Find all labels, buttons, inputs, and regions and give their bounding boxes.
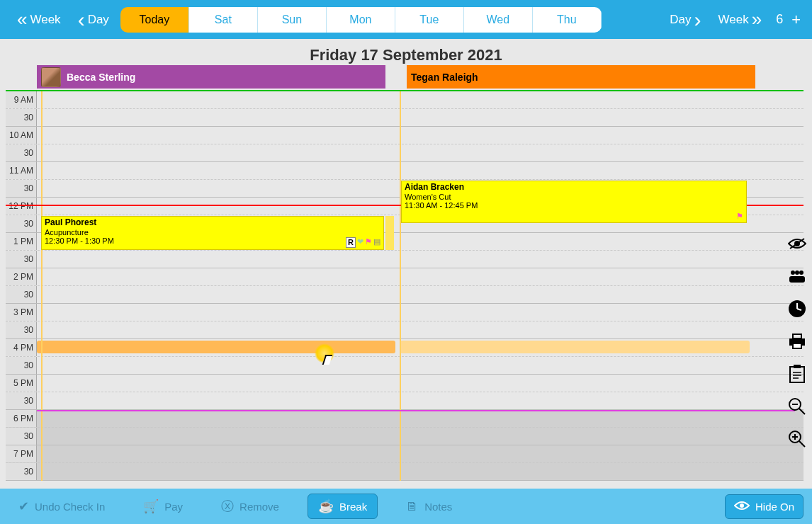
svg-point-21	[740, 503, 744, 508]
cart-icon: 🛒	[143, 499, 159, 514]
tab-mon[interactable]: Mon	[327, 7, 395, 33]
time-row[interactable]: 6 PM	[6, 410, 803, 428]
time-band	[37, 341, 395, 353]
time-row[interactable]: 30	[6, 357, 803, 375]
time-row[interactable]: 30	[6, 321, 803, 339]
time-label: 30	[6, 428, 37, 445]
date-header: Friday 17 September 2021	[0, 39, 812, 69]
svg-line-15	[799, 409, 805, 414]
column-divider	[400, 91, 401, 481]
time-row[interactable]: 3 PM	[6, 304, 803, 321]
time-row[interactable]: 10 AM	[6, 127, 803, 144]
notes-icon: 🗎	[406, 499, 419, 514]
time-label: 5 PM	[6, 375, 37, 392]
end-of-day-line	[37, 410, 795, 411]
appointment-aidan[interactable]: Aidan Bracken Women's Cut 11:30 AM - 12:…	[401, 181, 747, 223]
zoom-in-icon[interactable]	[787, 429, 807, 449]
appointment-time: 12:30 PM - 1:30 PM	[45, 237, 380, 246]
add-button[interactable]	[789, 11, 803, 29]
remove-icon: ⓧ	[221, 498, 234, 515]
svg-point-4	[799, 270, 803, 275]
time-row[interactable]: 30	[6, 392, 803, 410]
time-label: 30	[6, 392, 37, 409]
time-row[interactable]: 30	[6, 251, 803, 268]
schedule-area: Becca Sterling Tegan Raleigh Paul Phores…	[6, 65, 803, 489]
time-row[interactable]: 30	[6, 144, 803, 162]
time-label: 30	[6, 463, 37, 480]
time-band	[400, 341, 750, 353]
column-divider	[41, 91, 43, 481]
group-icon[interactable]	[787, 266, 807, 286]
staff-column-tegan[interactable]: Tegan Raleigh	[407, 65, 755, 89]
time-label: 9 AM	[6, 91, 37, 108]
break-button[interactable]: ☕ Break	[308, 494, 378, 519]
time-grid[interactable]: Paul Phorest Acupuncture 12:30 PM - 1:30…	[6, 90, 803, 481]
time-row[interactable]: 30	[6, 463, 803, 481]
time-label: 7 PM	[6, 445, 37, 462]
pay-label: Pay	[164, 501, 183, 513]
coffee-icon: ☕	[318, 499, 334, 514]
tab-thu[interactable]: Thu	[533, 7, 602, 33]
tab-sat[interactable]: Sat	[189, 7, 258, 33]
tab-tue[interactable]: Tue	[395, 7, 464, 33]
time-row[interactable]: 30	[6, 286, 803, 304]
day-back-button[interactable]: Day	[69, 8, 118, 32]
svg-rect-12	[790, 367, 804, 382]
undo-checkin-label: Undo Check In	[35, 501, 105, 513]
time-row[interactable]: 9 AM	[6, 91, 803, 109]
appointment-service: Acupuncture	[45, 228, 380, 237]
time-row[interactable]: 11 AM	[6, 162, 803, 180]
svg-line-18	[799, 441, 805, 447]
chevron-right-icon	[694, 8, 701, 32]
notes-label: Notes	[424, 501, 452, 513]
break-label: Break	[339, 501, 367, 513]
hide-on-label: Hide On	[755, 501, 794, 513]
top-navbar: Week Day Today Sat Sun Mon Tue Wed Thu D…	[0, 0, 812, 39]
undo-checkin-button[interactable]: ✔ Undo Check In	[9, 494, 115, 518]
time-row[interactable]: 5 PM	[6, 375, 803, 392]
heart-icon: ❤	[357, 237, 363, 248]
cursor-icon	[322, 355, 334, 369]
hide-view-icon[interactable]	[787, 234, 807, 254]
svg-rect-11	[793, 343, 801, 348]
time-row[interactable]: 30	[6, 428, 803, 445]
time-label: 2 PM	[6, 268, 37, 285]
flag-icon: ⚑	[365, 237, 372, 248]
time-row[interactable]: 2 PM	[6, 268, 803, 286]
zoom-out-icon[interactable]	[787, 397, 807, 416]
chevrons-left-icon	[17, 8, 27, 30]
time-label: 12 PM	[6, 198, 37, 215]
hide-on-button[interactable]: Hide On	[725, 494, 803, 519]
time-label: 10 AM	[6, 127, 37, 144]
tab-sun[interactable]: Sun	[258, 7, 327, 33]
print-icon[interactable]	[787, 331, 807, 351]
day-forward-label: Day	[670, 13, 691, 27]
time-row[interactable]: 30	[6, 109, 803, 127]
pay-button[interactable]: 🛒 Pay	[133, 494, 193, 518]
week-back-button[interactable]: Week	[9, 8, 69, 30]
check-icon: ✔	[18, 499, 29, 514]
notes-button[interactable]: 🗎 Notes	[396, 495, 462, 518]
appointment-edge	[385, 216, 394, 250]
time-label: 30	[6, 109, 37, 126]
staff-header-row: Becca Sterling Tegan Raleigh	[37, 65, 803, 89]
clipboard-icon[interactable]	[787, 364, 807, 384]
appointment-service: Women's Cut	[405, 193, 743, 202]
tab-wed[interactable]: Wed	[464, 7, 533, 33]
clock-icon[interactable]	[787, 299, 807, 319]
appointment-time: 11:30 AM - 12:45 PM	[405, 201, 743, 210]
remove-button[interactable]: ⓧ Remove	[211, 494, 289, 519]
time-label: 30	[6, 215, 37, 232]
rebook-icon: R	[346, 237, 356, 248]
time-label: 30	[6, 321, 37, 338]
time-row[interactable]: 7 PM	[6, 445, 803, 463]
staff-column-becca[interactable]: Becca Sterling	[37, 65, 385, 89]
tab-today[interactable]: Today	[120, 7, 189, 33]
day-back-label: Day	[88, 13, 109, 27]
week-forward-button[interactable]: Week	[710, 8, 771, 30]
avatar	[41, 67, 61, 87]
note-icon: ▤	[373, 237, 380, 248]
appointment-paul[interactable]: Paul Phorest Acupuncture 12:30 PM - 1:30…	[41, 216, 384, 250]
svg-point-2	[791, 270, 795, 275]
day-forward-button[interactable]: Day	[661, 8, 709, 32]
